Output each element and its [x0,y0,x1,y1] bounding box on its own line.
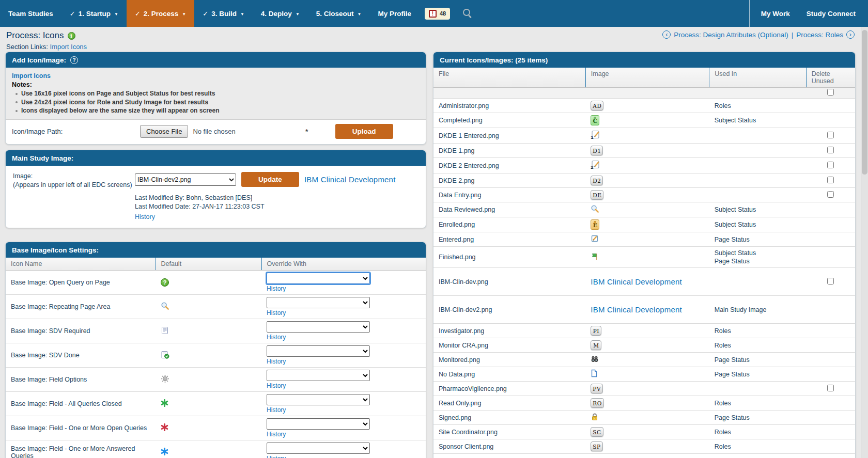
alerts-badge[interactable]: ! 48 [425,8,450,20]
scrollbar-thumb[interactable] [862,30,867,175]
nav-tab-my-profile[interactable]: My Profile [369,0,420,27]
import-icons-link[interactable]: Import Icons [12,72,51,80]
nav-tab-label: 3. Build [211,10,237,18]
info-icon[interactable]: i [68,32,75,40]
used-in-cell: Roles [709,324,806,338]
table-row: Enrolled.pngESubject Status [433,217,855,232]
base-settings-table: Icon NameDefaultOverride With Base Image… [6,258,426,458]
default-icon-cell [156,416,261,440]
base-table-header-row: Icon NameDefaultOverride With [6,258,426,271]
table-row: DKDE 1.pngD1 [433,144,855,158]
breadcrumb-prev-link[interactable]: Process: Design Attributes (Optional) [674,31,788,39]
override-select[interactable] [267,345,370,357]
image-cell: IBM Clinical Development [585,268,709,296]
breadcrumb-divider: | [792,31,794,39]
nav-tab-4-deploy[interactable]: 4. Deploy▼ [253,0,308,27]
prev-arrow-icon[interactable]: ‹ [662,30,671,39]
override-cell: History [261,271,426,295]
override-select[interactable] [267,443,370,454]
override-select[interactable] [267,394,370,405]
delete-unused-checkbox[interactable] [827,278,834,285]
delete-unused-checkbox[interactable] [827,191,834,198]
column-header-image: Image [585,68,709,88]
used-in-cell [709,188,806,202]
used-in-cell [709,128,806,144]
nav-tab-1-startup[interactable]: ✓1. Startup▼ [61,0,127,27]
history-link[interactable]: History [267,431,286,438]
history-link[interactable]: History [267,285,286,292]
breadcrumb-next-link[interactable]: Process: Roles [796,31,843,39]
delete-unused-checkbox[interactable] [827,162,834,168]
nav-tabs: Team Studies✓1. Startup▼✓2. Process▼✓3. … [0,0,420,27]
main-image-history-link[interactable]: History [135,213,155,222]
column-header-default: Default [156,258,261,271]
override-select[interactable] [267,370,370,381]
file-name-cell: DKDE 2 Entered.png [433,158,585,173]
page-header: Process: Icons i Section Links: Import I… [0,27,868,52]
asterisk-red-icon [161,423,168,431]
nav-tab-3-build[interactable]: ✓3. Build▼ [194,0,253,27]
history-link[interactable]: History [267,334,286,341]
delete-unused-cell [806,439,855,454]
choose-file-button[interactable]: Choose File [140,125,188,138]
override-cell: History [261,343,426,368]
section-link-import-icons[interactable]: Import Icons [50,43,87,51]
nav-tab-label: 4. Deploy [261,10,292,18]
table-row: Base Image: Field - All Queries ClosedHi… [6,392,426,416]
main-image-select[interactable]: IBM-Clin-dev2.png [135,173,236,186]
history-link[interactable]: History [267,382,286,389]
used-in-cell: Subject Status [709,217,806,232]
override-select[interactable] [267,297,370,308]
next-arrow-icon[interactable]: › [846,30,855,39]
update-button[interactable]: Update [241,172,299,187]
delete-unused-cell [806,247,855,268]
delete-unused-checkbox[interactable] [827,132,834,138]
override-select[interactable] [267,321,370,333]
delete-unused-cell [806,128,855,144]
history-link[interactable]: History [267,455,286,458]
history-link[interactable]: History [267,406,286,414]
override-cell: History [261,416,426,440]
file-name-cell: Monitored.png [433,353,585,367]
override-select[interactable] [267,418,370,430]
delete-unused-cell [806,382,855,396]
icon-name-cell: Base Image: Field - One or More Open Que… [6,416,156,440]
search-icon[interactable] [462,8,473,19]
table-row: Completed.pngCSubject Status [433,113,855,128]
column-header-delete-unused: Delete Unused [806,68,855,88]
enrolled-card-icon: E [591,219,599,230]
chevron-down-icon: ▼ [240,12,244,17]
nav-tab-team-studies[interactable]: Team Studies [0,0,61,27]
upload-button[interactable]: Upload [335,124,393,139]
current-icons-table: FileImageUsed InDelete Unused Administra… [433,68,855,454]
history-link[interactable]: History [267,358,286,365]
history-link[interactable]: History [267,309,286,317]
help-icon[interactable]: ? [70,56,78,64]
used-in-value: Roles [715,399,801,407]
nav-tab-2-process[interactable]: ✓2. Process▼ [127,0,194,27]
alert-count: 48 [440,10,446,17]
delete-unused-cell [806,99,855,113]
delete-unused-checkbox[interactable] [827,89,834,96]
note-item: Use 24x24 pixel icons for Role and Study… [12,98,420,107]
icon-name-cell: Base Image: SDV Required [6,319,156,343]
notes-label: Notes: [12,81,420,88]
image-cell [585,247,709,268]
default-icon-cell [156,440,261,458]
delete-unused-checkbox[interactable] [827,147,834,153]
delete-unused-checkbox[interactable] [827,177,834,183]
vertical-scrollbar [861,0,868,458]
delete-unused-cell [806,217,855,232]
used-in-cell: Page Status [709,353,806,367]
check-icon: ✓ [203,10,208,18]
table-row: Base Image: SDV RequiredHistory [6,319,426,343]
sdv-doc-check-icon [161,351,169,359]
table-row: Data Reviewed.pngSubject Status [433,202,855,217]
nav-tab-5-closeout[interactable]: 5. Closeout▼ [308,0,370,27]
override-select[interactable] [267,273,370,284]
pencil-entry-icon: 2 [591,160,601,169]
nav-link-my-work[interactable]: My Work [753,0,798,27]
delete-unused-cell [806,144,855,158]
nav-link-study-connect[interactable]: Study Connect [798,0,864,27]
delete-unused-checkbox[interactable] [827,385,834,391]
